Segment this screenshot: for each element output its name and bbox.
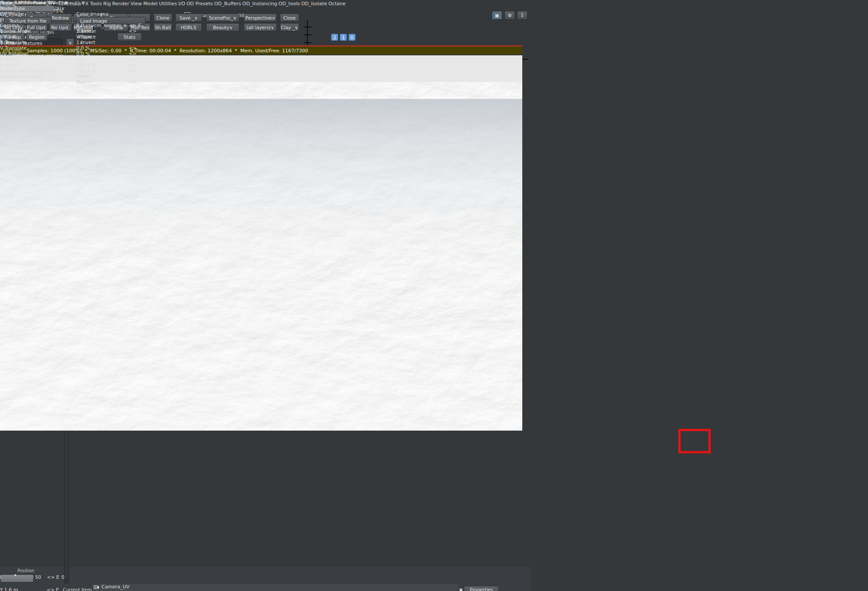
lw-image-label: LW Image <box>0 11 24 17</box>
timeline-caret-icon: ▾ <box>14 573 16 577</box>
layers-select[interactable]: (all layers)∨ <box>244 23 277 31</box>
tab-od-instancing[interactable]: OD_Instancing <box>242 1 277 10</box>
tab-fx-tools[interactable]: FX Tools <box>82 1 102 10</box>
baking-resolution-label: Baking Resolution <box>0 74 43 79</box>
hdrls-button[interactable]: HDRLS <box>175 23 202 31</box>
chevron-down-icon: ∨ <box>79 40 83 45</box>
dialog-title: Plane_UV: Normal (3) <box>0 0 51 6</box>
position-label: Position <box>17 568 34 573</box>
tab-od-tools[interactable]: OD_tools <box>279 1 300 10</box>
v-scale-label: V Scale <box>0 62 18 68</box>
u-scale-minislider[interactable]: <> <box>129 62 136 68</box>
chevron-down-icon: ∨ <box>229 25 233 30</box>
y-envelope-button[interactable]: E <box>56 587 59 591</box>
y-minislider[interactable]: <> <box>47 587 54 591</box>
uv-set-label: UV Set <box>0 34 16 40</box>
u-translate-field[interactable]: 0.0 % <box>76 45 127 51</box>
tab-od-presets[interactable]: OD Presets <box>187 1 213 10</box>
timeline-ruler[interactable]: ▾ 0 10 20 30 40 50 <box>0 574 41 580</box>
minimize-icon[interactable]: — <box>52 0 57 6</box>
power-minislider[interactable]: <> <box>129 23 136 28</box>
save-view-icon[interactable]: ↧ <box>517 11 528 20</box>
v-scale-minislider[interactable]: <> <box>129 68 136 74</box>
v-translate-label: V Translate <box>0 45 27 51</box>
maximize-icon[interactable]: □ <box>75 0 79 6</box>
current-item-select[interactable]: Camera_UV ∨ <box>93 584 458 591</box>
viewport-icon-bar: ▣ ⚙ ↧ <box>492 11 528 20</box>
border-mode-label: Border Mode <box>0 28 31 34</box>
scene-focus-select[interactable]: SceneFoc_∨ <box>206 14 239 22</box>
layer-1-button[interactable]: 1 <box>340 34 347 41</box>
border-mode-select[interactable]: Wrap∨ <box>76 34 146 40</box>
chevron-down-icon: ∨ <box>89 34 92 40</box>
x-envelope-button[interactable]: E <box>56 574 59 580</box>
close-icon[interactable]: ✕ <box>65 0 68 6</box>
tab-view[interactable]: View <box>131 1 142 10</box>
chevron-down-icon: ∨ <box>194 15 198 20</box>
v-translate-field[interactable]: 0.0 % <box>76 51 127 57</box>
ipr-render-image <box>0 55 522 431</box>
chevron-down-icon: ∨ <box>271 25 274 30</box>
app-root: Load∨ Save∨ Preferences∨ Help∨ Windows∨ … <box>0 0 868 591</box>
minimize-icon[interactable]: — <box>68 0 73 6</box>
v-translate-minislider[interactable]: <> <box>129 51 136 57</box>
tab-io[interactable]: I/O <box>178 1 185 10</box>
tab-rig[interactable]: Rig <box>103 1 111 10</box>
properties-button[interactable]: Properties <box>464 586 499 591</box>
power-field[interactable]: 1.0 <box>76 23 127 28</box>
close-icon[interactable]: ✕ <box>81 0 85 6</box>
tab-model[interactable]: Model <box>143 1 158 10</box>
perspective-select[interactable]: Perspective∨ <box>244 14 277 22</box>
v-scale-field[interactable]: 100.0 % <box>76 68 127 74</box>
uv-rotation-field[interactable]: 0.0 ° <box>76 57 127 62</box>
close-button[interactable]: Close <box>280 14 299 22</box>
uv-rotation-minislider[interactable]: <> <box>129 57 136 62</box>
layer-2-button[interactable]: 2 <box>331 34 338 41</box>
gear-icon[interactable]: ⚙ <box>504 11 515 20</box>
tab-od-buffers[interactable]: OD_Buffers <box>214 1 241 10</box>
texture-from-file-button[interactable]: Texture from file <box>4 17 51 24</box>
tab-octane[interactable]: Octane <box>328 1 346 10</box>
item-list-icon[interactable]: ▣ <box>459 588 463 591</box>
ruler-label: 50 <box>35 574 41 580</box>
chevron-down-icon: ∨ <box>233 15 237 20</box>
shading-ball-button[interactable]: Sh.Ball <box>153 23 172 31</box>
clay-select[interactable]: Clay _∨ <box>280 23 299 31</box>
maximize-icon[interactable]: □ <box>58 0 63 6</box>
u-translate-label: U Translate <box>0 40 27 45</box>
current-item-label: Current Item <box>63 587 92 591</box>
power-envelope-button[interactable]: E <box>138 23 141 28</box>
clone-button[interactable]: Clone <box>153 14 172 22</box>
tab-od-isolate[interactable]: OD_Isolate <box>301 1 327 10</box>
baking-resolution-field[interactable]: 0 <box>76 79 127 85</box>
x-minislider[interactable]: <> <box>47 574 55 580</box>
procedural-raster-size-label: Procedural Raster Size <box>0 68 54 74</box>
uv-rotation-label: UV Rotation <box>0 51 28 57</box>
chevron-down-icon: ∨ <box>295 25 298 30</box>
y-position-field[interactable]: 1.6 m <box>4 587 45 591</box>
annotation-highlight-box <box>678 429 711 453</box>
timeline-knob[interactable] <box>1 575 33 582</box>
bottom-bar: Position X 95.9726 m <> E 0 ▾ 0 10 20 30… <box>0 567 531 591</box>
y-axis-badge: Y <box>0 587 3 591</box>
layer-0-button[interactable]: 0 <box>348 34 356 41</box>
u-translate-minislider[interactable]: <> <box>129 45 136 51</box>
camera-icon <box>93 585 99 589</box>
u-scale-field[interactable]: 100.0 % <box>76 62 127 68</box>
clipped-minislider[interactable]: <> <box>129 79 136 85</box>
viewport-grid-icon[interactable]: ▣ <box>492 11 502 20</box>
u-scale-label: U Scale <box>0 57 18 62</box>
beauty-pass-select[interactable]: Beauty∨ <box>206 23 239 31</box>
node-type-label: Node Type <box>0 6 25 11</box>
dialog-titlebar[interactable]: Plane_UV: Normal (3) — □ ✕ <box>0 0 69 6</box>
node-type-select[interactable]: Color Image∨ <box>76 11 146 17</box>
ipr-info-text: Samples: 1000 (100%) * MS/Sec: 0.00 * R.… <box>27 48 308 54</box>
chevron-down-icon: ∨ <box>106 11 109 17</box>
uv-set-select[interactable]: 1∨ <box>76 40 146 45</box>
gamma-minislider[interactable]: <> <box>129 28 136 34</box>
tab-render[interactable]: Render <box>112 1 129 10</box>
tab-utilities[interactable]: Utilities <box>159 1 177 10</box>
chevron-down-icon: ∨ <box>272 15 276 20</box>
save-select[interactable]: Save _∨ <box>175 14 202 22</box>
main-tab-bar: Actions FX Tools Rig Render View Model U… <box>64 1 346 10</box>
